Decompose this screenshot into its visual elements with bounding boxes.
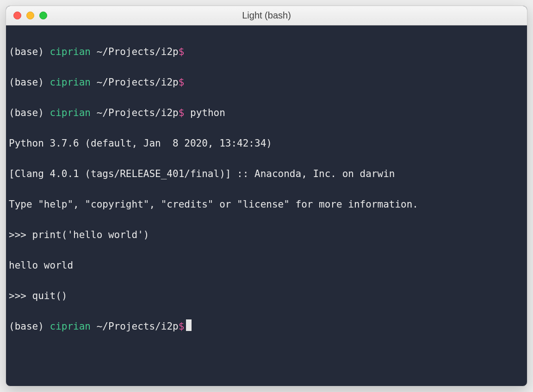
maximize-button[interactable]	[39, 12, 47, 19]
prompt-line: (base) ciprian ~/Projects/i2p$	[9, 44, 524, 60]
cursor-icon	[186, 319, 192, 331]
prompt-line: (base) ciprian ~/Projects/i2p$	[9, 75, 524, 90]
window-title: Light (bash)	[6, 10, 527, 21]
env-indicator: (base)	[9, 321, 44, 332]
python-command: print('hello world')	[32, 229, 149, 240]
env-indicator: (base)	[9, 77, 44, 88]
terminal-body[interactable]: (base) ciprian ~/Projects/i2p$ (base) ci…	[6, 25, 527, 386]
output-line: hello world	[9, 258, 524, 273]
python-prompt: >>>	[9, 290, 32, 301]
prompt-line: (base) ciprian ~/Projects/i2p$ python	[9, 105, 524, 121]
env-indicator: (base)	[9, 107, 44, 118]
python-repl-line: >>> print('hello world')	[9, 227, 524, 243]
python-prompt: >>>	[9, 229, 32, 240]
username: ciprian	[50, 107, 91, 118]
python-command: quit()	[32, 290, 68, 301]
title-bar[interactable]: Light (bash)	[6, 6, 527, 25]
close-button[interactable]	[13, 12, 21, 19]
prompt-symbol: $	[179, 107, 185, 118]
cwd-path: ~/Projects/i2p	[97, 321, 179, 332]
window-controls	[6, 12, 47, 19]
python-repl-line: >>> quit()	[9, 288, 524, 304]
cwd-path: ~/Projects/i2p	[97, 77, 179, 88]
prompt-symbol: $	[179, 321, 185, 332]
cwd-path: ~/Projects/i2p	[97, 107, 179, 118]
terminal-window: Light (bash) (base) ciprian ~/Projects/i…	[6, 6, 527, 386]
prompt-symbol: $	[179, 77, 185, 88]
command-text: python	[190, 107, 225, 118]
output-line: Python 3.7.6 (default, Jan 8 2020, 13:42…	[9, 136, 524, 151]
prompt-symbol: $	[179, 46, 185, 57]
cwd-path: ~/Projects/i2p	[97, 46, 179, 57]
output-line: [Clang 4.0.1 (tags/RELEASE_401/final)] :…	[9, 166, 524, 182]
output-line: Type "help", "copyright", "credits" or "…	[9, 197, 524, 212]
prompt-line-active: (base) ciprian ~/Projects/i2p$	[9, 319, 524, 334]
username: ciprian	[50, 77, 91, 88]
username: ciprian	[50, 321, 91, 332]
username: ciprian	[50, 46, 91, 57]
env-indicator: (base)	[9, 46, 44, 57]
minimize-button[interactable]	[26, 12, 34, 19]
